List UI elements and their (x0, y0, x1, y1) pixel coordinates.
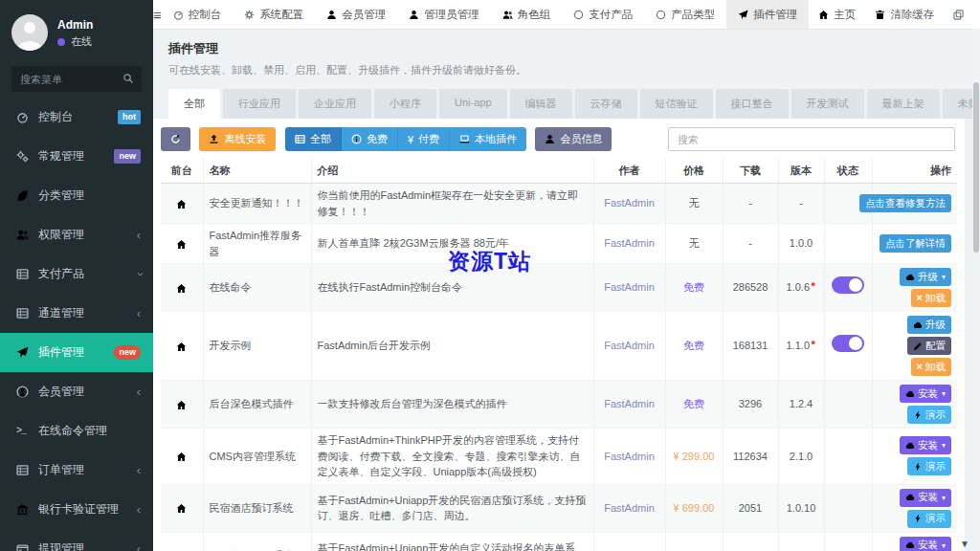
nav-item-label: 会员管理 (342, 8, 386, 22)
tab-企业应用[interactable]: 企业应用 (299, 89, 371, 119)
sidebar-item-订单管理[interactable]: 订单管理‹ (0, 451, 153, 490)
cell-author: FastAdmin (593, 312, 665, 381)
filter-全部-button[interactable]: 全部 (285, 127, 342, 151)
bolt-icon (913, 514, 923, 523)
tab-编辑器[interactable]: 编辑器 (510, 89, 572, 119)
nav-right-label: 清除缓存 (890, 8, 934, 22)
column-header-价格: 价格 (665, 159, 723, 184)
tab-全部[interactable]: 全部 (168, 89, 220, 119)
enabled-toggle[interactable] (832, 335, 864, 352)
tab-小程序[interactable]: 小程序 (374, 89, 436, 119)
op-label: 点击查看修复方法 (865, 197, 946, 210)
nav-item-控制台[interactable]: 控制台 (162, 0, 234, 29)
cell-author: FastAdmin (593, 429, 665, 485)
点击查看修复方法-button[interactable]: 点击查看修复方法 (859, 194, 951, 212)
vertical-scrollbar[interactable] (972, 29, 980, 551)
cell-author: FastAdmin (593, 264, 665, 312)
cell-name: 安全更新通知！！！ (203, 184, 311, 224)
column-header-名称: 名称 (203, 159, 311, 184)
category-tabs: 全部行业应用企业应用小程序Uni-app编辑器云存储短信验证接口整合开发测试最新… (153, 77, 980, 119)
fullscreen-button[interactable] (973, 0, 980, 29)
tab-开发测试[interactable]: 开发测试 (791, 89, 864, 119)
nav-item-label: 控制台 (189, 8, 222, 22)
filter-付费-button[interactable]: ¥付费 (398, 127, 450, 151)
offline-install-button[interactable]: 离线安装 (199, 127, 276, 151)
sidebar-item-权限管理[interactable]: 权限管理‹ (0, 215, 153, 254)
copy-icon (953, 10, 964, 20)
column-header-操作: 操作 (872, 159, 957, 184)
cell-author: FastAdmin (593, 184, 665, 224)
filter-免费-button[interactable]: 免费 (342, 127, 398, 151)
table-search-input[interactable] (668, 127, 955, 151)
演示-button[interactable]: 演示 (907, 510, 951, 528)
list-icon (295, 134, 305, 144)
sidebar-item-插件管理[interactable]: 插件管理new (0, 333, 153, 372)
nav-item-产品类型[interactable]: 产品类型 (644, 0, 726, 29)
cell-downloads: 2051 (723, 484, 778, 532)
tab-Uni-app[interactable]: Uni-app (439, 89, 507, 119)
tab-云存储[interactable]: 云存储 (575, 89, 637, 119)
cell-price: 免费 (665, 264, 723, 312)
安装-button[interactable]: 安装▾ (900, 436, 951, 454)
nav-item-label: 角色组 (518, 8, 551, 22)
演示-button[interactable]: 演示 (907, 406, 951, 424)
home-link[interactable]: 主页 (809, 0, 865, 29)
cell-name: 后台深色模式插件 (203, 381, 311, 429)
enabled-toggle[interactable] (832, 276, 864, 294)
cloud-icon (913, 320, 923, 330)
corner-caret-icon[interactable]: ▼ (960, 539, 969, 549)
sidebar-item-label: 支付产品 (38, 266, 84, 282)
sidebar-item-提现管理[interactable]: 提现管理‹ (0, 529, 153, 551)
cell-price: ¥ 199.00 (665, 532, 723, 551)
send-icon (16, 346, 29, 359)
sidebar-item-通道管理[interactable]: 通道管理‹ (0, 294, 153, 333)
column-header-前台: 前台 (161, 159, 203, 184)
menu-toggle-icon[interactable]: ≡ (153, 0, 162, 29)
升级-button[interactable]: 升级▾ (900, 268, 951, 286)
version-value: 1.2.4 (790, 398, 813, 409)
升级-button[interactable]: 升级 (907, 316, 951, 334)
cell-downloads: - (723, 184, 778, 224)
tab-最新上架[interactable]: 最新上架 (867, 89, 940, 119)
clear-cache-button[interactable]: 清除缓存 (865, 0, 944, 29)
卸载-button[interactable]: ×卸载 (911, 289, 951, 307)
配置-button[interactable]: 配置 (907, 337, 951, 355)
nav-item-插件管理[interactable]: 插件管理 (726, 0, 809, 29)
演示-button[interactable]: 演示 (907, 457, 951, 475)
sidebar-item-在线命令管理[interactable]: >_在线命令管理 (0, 411, 153, 451)
filter-label: 本地插件 (475, 132, 517, 146)
member-info-button[interactable]: 会员信息 (535, 127, 612, 151)
安装-button[interactable]: 安装▾ (900, 537, 951, 551)
安装-button[interactable]: 安装▾ (900, 385, 951, 403)
cell-operations: 点击查看修复方法 (872, 184, 957, 224)
sidebar-item-会员管理[interactable]: 会员管理‹ (0, 372, 153, 411)
refresh-button[interactable] (161, 127, 190, 151)
sidebar-item-label: 常规管理 (38, 148, 84, 165)
卸载-button[interactable]: ×卸载 (911, 358, 951, 376)
scrollbar-thumb[interactable] (973, 82, 979, 253)
nav-item-管理员管理[interactable]: 管理员管理 (397, 0, 491, 29)
tab-短信验证[interactable]: 短信验证 (640, 89, 713, 119)
nav-item-会员管理[interactable]: 会员管理 (315, 0, 397, 29)
chevron-left-icon: ‹ (137, 542, 141, 551)
upload-icon (209, 134, 219, 144)
update-dot: ● (811, 279, 815, 289)
cell-name: 在线命令 (203, 264, 311, 312)
nav-item-支付产品[interactable]: 支付产品 (562, 0, 644, 29)
nav-item-系统配置[interactable]: 系统配置 (233, 0, 315, 29)
nav-item-label: 支付产品 (589, 8, 633, 22)
sidebar-item-支付产品[interactable]: 支付产品‹ (0, 254, 153, 294)
table-row: FastAdmin推荐服务器新人首单直降 2核2G3M云服务器 88元/年Fas… (161, 224, 957, 264)
sidebar-item-银行卡验证管理[interactable]: 银行卡验证管理‹ (0, 490, 153, 529)
点击了解详情-button[interactable]: 点击了解详情 (880, 234, 951, 253)
sidebar-item-控制台[interactable]: 控制台hot (0, 98, 153, 137)
安装-button[interactable]: 安装▾ (900, 489, 951, 507)
nav-item-角色组[interactable]: 角色组 (491, 0, 563, 29)
filter-本地插件-button[interactable]: 本地插件 (450, 127, 526, 151)
sidebar-item-常规管理[interactable]: 常规管理new (0, 137, 153, 176)
version-value: 2.1.0 (790, 451, 813, 462)
tab-行业应用[interactable]: 行业应用 (223, 89, 296, 119)
copy-icon-button[interactable] (944, 0, 973, 29)
sidebar-item-分类管理[interactable]: 分类管理 (0, 176, 153, 215)
tab-接口整合[interactable]: 接口整合 (716, 89, 789, 119)
